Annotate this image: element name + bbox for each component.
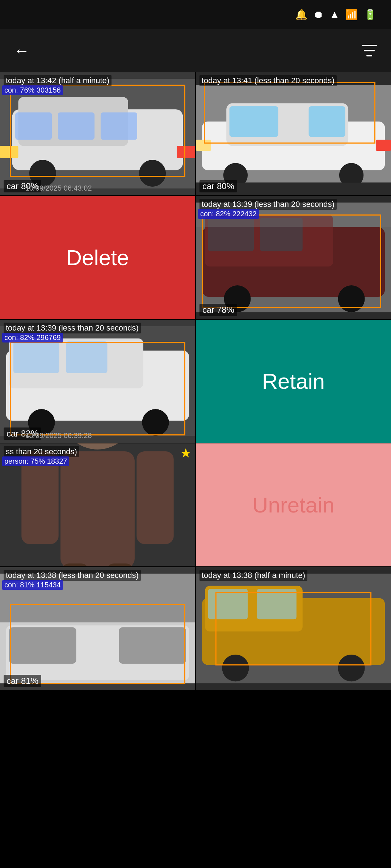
back-button[interactable]: ← (11, 40, 33, 61)
svg-rect-11 (0, 146, 18, 158)
event-cell-1[interactable]: today at 13:42 (half a minute)con: 76% 3… (0, 72, 195, 195)
events-grid: today at 13:42 (half a minute)con: 76% 3… (0, 72, 391, 690)
svg-rect-21 (376, 140, 391, 151)
event-timestamp: today at 13:38 (less than 20 seconds) (4, 570, 141, 581)
event-cell-8[interactable]: Unretaintoday at 13:38 (less than 20 sec… (196, 443, 391, 566)
retain-overlay: Retain (196, 320, 391, 443)
svg-point-42 (142, 409, 169, 436)
event-cell-4[interactable]: today at 13:39 (less than 20 seconds)con… (196, 196, 391, 319)
svg-rect-20 (196, 140, 211, 151)
event-date-bottom: 10/09/2025 06:39:28 (25, 431, 92, 440)
event-timestamp: today at 13:38 (half a minute) (199, 570, 307, 581)
event-label: car 78% (199, 304, 237, 316)
svg-rect-69 (119, 627, 186, 664)
event-cell-3[interactable]: CALIFORNIA Deletetoday at 13:41 (less th… (0, 196, 195, 319)
svg-rect-0 (362, 45, 377, 46)
svg-rect-18 (230, 106, 278, 137)
app-bar: ← (0, 29, 391, 72)
svg-rect-77 (257, 589, 296, 620)
event-date-bottom: 10/09/2025 06:43:02 (25, 184, 92, 192)
event-timestamp: today at 13:39 (less than 20 seconds) (199, 199, 337, 210)
event-timestamp: today at 13:39 (less than 20 seconds) (4, 323, 141, 333)
svg-rect-68 (9, 627, 76, 664)
svg-rect-76 (208, 589, 248, 620)
svg-rect-8 (15, 112, 52, 140)
event-timestamp: today at 13:42 (half a minute) (4, 75, 112, 86)
svg-rect-44 (66, 342, 108, 374)
svg-rect-10 (101, 112, 137, 140)
event-timestamp: ss than 20 seconds) (4, 446, 79, 457)
unretain-label: Unretain (252, 493, 335, 518)
delete-label: Delete (66, 245, 129, 270)
detection-badge: con: 81% 115434 (2, 580, 63, 590)
retain-label: Retain (262, 369, 325, 394)
screen-record-icon: ⏺ (314, 9, 324, 21)
svg-rect-19 (309, 106, 345, 137)
star-badge: ★ (180, 446, 192, 461)
filter-button[interactable] (358, 40, 380, 61)
svg-rect-12 (177, 146, 195, 158)
detection-badge: con: 82% 296769 (2, 333, 63, 342)
svg-point-74 (222, 655, 249, 681)
status-icons: 🔔 ⏺ ▲ 📶 🔋 (295, 9, 377, 21)
event-cell-10[interactable]: today at 13:38 (half a minute) (196, 567, 391, 690)
unretain-overlay: Unretain (196, 443, 391, 566)
svg-rect-43 (13, 342, 59, 374)
svg-rect-1 (364, 50, 375, 51)
wifi-icon: ▲ (329, 9, 340, 20)
event-cell-6[interactable]: Retain(half a minute)con: 82% 20470 (196, 320, 391, 443)
svg-point-34 (338, 285, 365, 312)
battery-icon: 🔋 (364, 9, 377, 21)
back-arrow-icon: ← (14, 42, 30, 60)
event-timestamp: today at 13:41 (less than 20 seconds) (199, 75, 337, 86)
status-bar: 🔔 ⏺ ▲ 📶 🔋 (0, 0, 391, 29)
event-cell-2[interactable]: today at 13:41 (less than 20 seconds)car… (196, 72, 391, 195)
event-label: car 81% (4, 675, 41, 687)
svg-point-75 (338, 655, 365, 681)
detection-badge: con: 82% 222432 (198, 209, 259, 219)
event-cell-9[interactable]: today at 13:38 (less than 20 seconds)con… (0, 567, 195, 690)
event-cell-7[interactable]: ss than 20 seconds)person: 75% 18327★ (0, 443, 195, 566)
notification-icon: 🔔 (295, 9, 308, 21)
detection-badge: con: 76% 303156 (2, 85, 63, 95)
svg-rect-58 (136, 451, 173, 544)
delete-overlay: Delete (0, 196, 195, 319)
svg-rect-9 (58, 112, 94, 140)
event-label: car 80% (199, 180, 237, 192)
filter-icon (360, 43, 378, 59)
svg-point-7 (139, 160, 166, 187)
svg-rect-2 (366, 55, 372, 56)
detection-badge: person: 75% 18327 (2, 456, 69, 466)
svg-rect-54 (60, 451, 135, 566)
event-cell-5[interactable]: today at 13:39 (less than 20 seconds)con… (0, 320, 195, 443)
signal-icon: 📶 (345, 9, 358, 21)
